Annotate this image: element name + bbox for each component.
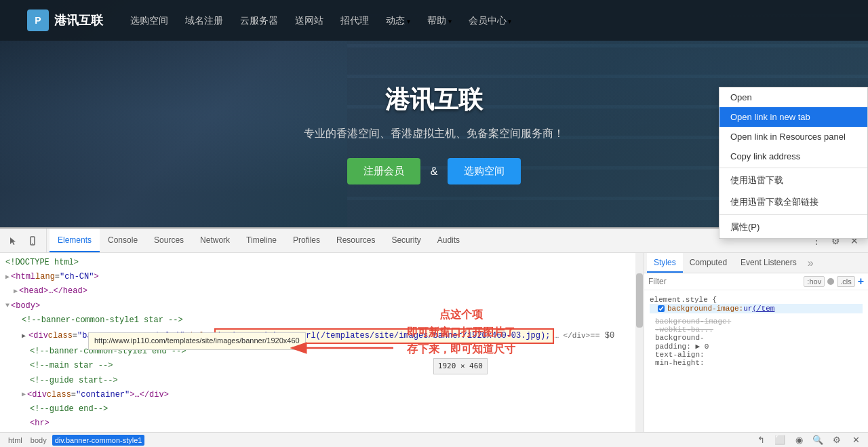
bottom-icon-3[interactable]: ◉ — [792, 433, 806, 447]
nav-link-4[interactable]: 招代理 — [340, 15, 369, 26]
tab-security[interactable]: Security — [383, 229, 429, 252]
html-line-comment4[interactable]: <!--guide start--> — [0, 374, 644, 388]
devtools-bottom-right: ↰ ⬜ ◉ 🔍 ⚙ ✕ — [754, 433, 863, 447]
filter-hov-btn[interactable]: :hov — [804, 276, 825, 287]
elements-scrollbar-thumb[interactable] — [636, 273, 643, 328]
elements-scrollbar[interactable] — [635, 253, 644, 432]
html-line-html[interactable]: ▶ <html lang="ch-CN" > — [0, 270, 644, 284]
elements-panel[interactable]: <!DOCTYPE html> ▶ <html lang="ch-CN" > ▶… — [0, 253, 644, 432]
buy-button[interactable]: 选购空间 — [448, 158, 521, 184]
site-logo-icon: P — [27, 9, 49, 31]
nav-item-1[interactable]: 域名注册 — [185, 14, 223, 27]
arrow-html[interactable]: ▶ — [5, 272, 9, 283]
nav-item-7[interactable]: 会员中心 — [469, 14, 512, 27]
style-webkit-prop[interactable]: -webkit-ba... — [650, 326, 863, 334]
breadcrumb-html[interactable]: html — [5, 435, 25, 446]
tab-audits[interactable]: Audits — [429, 229, 468, 252]
nav-link-2[interactable]: 云服务器 — [240, 15, 278, 26]
nav-item-2[interactable]: 云服务器 — [240, 14, 278, 27]
mobile-icon[interactable] — [24, 233, 41, 249]
html-line-head[interactable]: ▶ <head>…</head> — [0, 284, 644, 298]
bottom-icon-close[interactable]: ✕ — [849, 433, 863, 447]
bottom-icon-5[interactable]: ⚙ — [830, 433, 844, 447]
html-line-container1[interactable]: ▶ <div class="container" >…</div> — [0, 388, 644, 402]
register-button[interactable]: 注册会员 — [347, 158, 420, 184]
style-background-section: background-image: -webkit-ba... backgrou… — [650, 317, 863, 367]
style-minheight-prop[interactable]: min-height: — [650, 359, 863, 367]
html-line-comment5[interactable]: <!--guide end--> — [0, 402, 644, 416]
styles-tab-event-listeners[interactable]: Event Listeners — [734, 253, 804, 273]
style-padding-prop[interactable]: padding: ▶ 0 — [650, 342, 863, 351]
nav-link-1[interactable]: 域名注册 — [185, 15, 223, 26]
nav-link-6[interactable]: 帮助 — [427, 15, 446, 26]
tab-resources[interactable]: Resources — [328, 229, 383, 252]
style-rule-bg-image[interactable]: background-image: ur(/tem — [650, 304, 863, 313]
filter-cls-btn[interactable]: .cls — [837, 276, 855, 287]
tab-timeline[interactable]: Timeline — [238, 229, 285, 252]
nav-item-6[interactable]: 帮助 — [427, 14, 452, 27]
style-webkit-striked: -webkit-ba... — [655, 326, 713, 334]
styles-filter-input[interactable] — [648, 277, 801, 286]
html-tag: <html — [11, 271, 35, 284]
style-padding-text: padding: ▶ 0 — [655, 343, 709, 351]
nav-item-3[interactable]: 送网站 — [295, 14, 323, 27]
tab-profiles[interactable]: Profiles — [285, 229, 328, 252]
styles-tabs: Styles Computed Event Listeners » — [644, 253, 868, 273]
nav-link-5[interactable]: 动态 — [386, 15, 405, 26]
html-line-comment3[interactable]: <!--main star --> — [0, 359, 644, 373]
element-style-selector: element.style { — [650, 296, 863, 304]
style-background-prop[interactable]: background- — [650, 334, 863, 342]
hr-tag: <hr> — [30, 417, 50, 430]
html-lang-attr: lang="ch-CN" — [35, 271, 94, 284]
tab-network[interactable]: Network — [192, 229, 238, 252]
hero-buttons: 注册会员 & 选购空间 — [347, 158, 521, 184]
nav-link-0[interactable]: 选购空间 — [130, 15, 168, 26]
filter-dot[interactable] — [827, 278, 834, 285]
styles-tab-computed[interactable]: Computed — [683, 253, 734, 273]
styles-tab-styles[interactable]: Styles — [647, 253, 683, 273]
bottom-icon-1[interactable]: ↰ — [754, 433, 768, 447]
btn-separator: & — [431, 166, 438, 178]
body-tag: <body> — [11, 300, 40, 313]
nav-item-5[interactable]: 动态 — [386, 14, 410, 27]
html-line-hr[interactable]: <hr> — [0, 416, 644, 431]
arrow-head[interactable]: ▶ — [14, 286, 18, 297]
style-textalign-prop[interactable]: text-align: — [650, 351, 863, 359]
hero-subtitle: 专业的香港空间、香港虚拟主机、免备案空间服务商！ — [304, 125, 564, 142]
style-checkbox-bg[interactable] — [658, 305, 665, 312]
filter-plus-btn[interactable]: + — [858, 275, 864, 288]
div-end: … </div> — [554, 330, 590, 343]
breadcrumb-body[interactable]: body — [28, 435, 50, 446]
html-line-body[interactable]: ▼ <body> — [0, 299, 644, 313]
devtools-body: <!DOCTYPE html> ▶ <html lang="ch-CN" > ▶… — [0, 253, 868, 432]
tab-sources[interactable]: Sources — [146, 229, 192, 252]
comment5: <!--guide end--> — [30, 403, 108, 416]
breadcrumb-div[interactable]: div.banner-common-style1 — [52, 435, 145, 446]
styles-panel: Styles Computed Event Listeners » :hov .… — [644, 253, 868, 432]
doctype-text: <!DOCTYPE html> — [5, 256, 79, 269]
bottom-icon-4[interactable]: 🔍 — [811, 433, 825, 447]
arrow-container1[interactable]: ▶ — [22, 389, 26, 400]
arrow-div-banner[interactable]: ▶ — [22, 331, 26, 342]
nav-link-3[interactable]: 送网站 — [295, 15, 323, 26]
equals-dom: == $0 — [590, 330, 614, 343]
tab-elements[interactable]: Elements — [50, 229, 100, 252]
style-bg-image-prop[interactable]: background-image: — [650, 317, 863, 326]
bottom-icon-2[interactable]: ⬜ — [773, 433, 787, 447]
html-line-doctype[interactable]: <!DOCTYPE html> — [0, 256, 644, 270]
arrow-body[interactable]: ▼ — [5, 300, 9, 311]
container1-tag: <div — [27, 389, 47, 402]
devtools-left-icons — [5, 229, 47, 252]
html-tag-close: > — [94, 271, 98, 284]
html-line-comment6[interactable]: <!--hosting-list star --> — [0, 431, 644, 432]
tab-console[interactable]: Console — [100, 229, 146, 252]
nav-item-0[interactable]: 选购空间 — [130, 14, 168, 27]
size-label: 1920 × 460 — [433, 358, 488, 374]
cursor-icon[interactable] — [5, 233, 22, 249]
styles-tab-more[interactable]: » — [804, 253, 818, 273]
style-textalign-text: text-align: — [655, 351, 705, 359]
nav-link-7[interactable]: 会员中心 — [469, 15, 507, 26]
nav-item-4[interactable]: 招代理 — [340, 14, 369, 27]
style-background-text: background- — [655, 334, 705, 342]
html-line-comment1[interactable]: <!--banner-common-style1 star --> — [0, 313, 644, 328]
